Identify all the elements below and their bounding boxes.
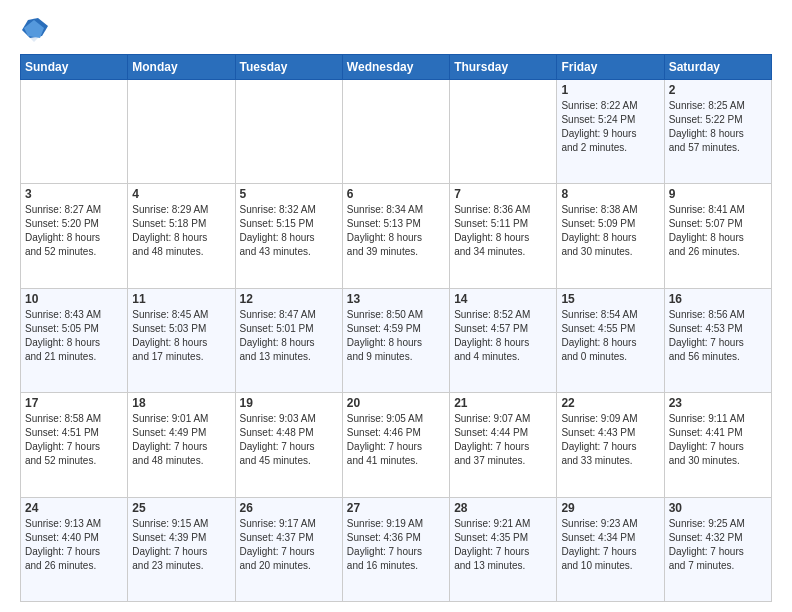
- day-info: Sunrise: 8:52 AMSunset: 4:57 PMDaylight:…: [454, 308, 552, 364]
- calendar-cell-3-1: 10Sunrise: 8:43 AMSunset: 5:05 PMDayligh…: [21, 288, 128, 392]
- day-info: Sunrise: 9:13 AMSunset: 4:40 PMDaylight:…: [25, 517, 123, 573]
- day-number: 30: [669, 501, 767, 515]
- day-number: 23: [669, 396, 767, 410]
- day-number: 13: [347, 292, 445, 306]
- calendar-cell-2-6: 8Sunrise: 8:38 AMSunset: 5:09 PMDaylight…: [557, 184, 664, 288]
- day-number: 8: [561, 187, 659, 201]
- calendar-cell-5-3: 26Sunrise: 9:17 AMSunset: 4:37 PMDayligh…: [235, 497, 342, 601]
- day-info: Sunrise: 9:15 AMSunset: 4:39 PMDaylight:…: [132, 517, 230, 573]
- weekday-monday: Monday: [128, 55, 235, 80]
- calendar-cell-4-6: 22Sunrise: 9:09 AMSunset: 4:43 PMDayligh…: [557, 393, 664, 497]
- day-info: Sunrise: 9:07 AMSunset: 4:44 PMDaylight:…: [454, 412, 552, 468]
- calendar-cell-4-4: 20Sunrise: 9:05 AMSunset: 4:46 PMDayligh…: [342, 393, 449, 497]
- calendar-cell-2-5: 7Sunrise: 8:36 AMSunset: 5:11 PMDaylight…: [450, 184, 557, 288]
- day-info: Sunrise: 9:03 AMSunset: 4:48 PMDaylight:…: [240, 412, 338, 468]
- calendar-cell-1-7: 2Sunrise: 8:25 AMSunset: 5:22 PMDaylight…: [664, 80, 771, 184]
- day-number: 5: [240, 187, 338, 201]
- day-info: Sunrise: 8:45 AMSunset: 5:03 PMDaylight:…: [132, 308, 230, 364]
- logo: [20, 16, 52, 44]
- day-info: Sunrise: 9:17 AMSunset: 4:37 PMDaylight:…: [240, 517, 338, 573]
- calendar-cell-5-5: 28Sunrise: 9:21 AMSunset: 4:35 PMDayligh…: [450, 497, 557, 601]
- day-info: Sunrise: 9:19 AMSunset: 4:36 PMDaylight:…: [347, 517, 445, 573]
- calendar-cell-1-1: [21, 80, 128, 184]
- calendar-cell-2-7: 9Sunrise: 8:41 AMSunset: 5:07 PMDaylight…: [664, 184, 771, 288]
- weekday-header-row: SundayMondayTuesdayWednesdayThursdayFrid…: [21, 55, 772, 80]
- calendar-cell-4-7: 23Sunrise: 9:11 AMSunset: 4:41 PMDayligh…: [664, 393, 771, 497]
- calendar-cell-1-5: [450, 80, 557, 184]
- calendar-cell-4-3: 19Sunrise: 9:03 AMSunset: 4:48 PMDayligh…: [235, 393, 342, 497]
- calendar-week-1: 1Sunrise: 8:22 AMSunset: 5:24 PMDaylight…: [21, 80, 772, 184]
- day-number: 25: [132, 501, 230, 515]
- calendar-table: SundayMondayTuesdayWednesdayThursdayFrid…: [20, 54, 772, 602]
- calendar-week-5: 24Sunrise: 9:13 AMSunset: 4:40 PMDayligh…: [21, 497, 772, 601]
- weekday-tuesday: Tuesday: [235, 55, 342, 80]
- calendar-cell-5-2: 25Sunrise: 9:15 AMSunset: 4:39 PMDayligh…: [128, 497, 235, 601]
- calendar-cell-2-2: 4Sunrise: 8:29 AMSunset: 5:18 PMDaylight…: [128, 184, 235, 288]
- calendar-cell-3-2: 11Sunrise: 8:45 AMSunset: 5:03 PMDayligh…: [128, 288, 235, 392]
- day-info: Sunrise: 9:23 AMSunset: 4:34 PMDaylight:…: [561, 517, 659, 573]
- day-number: 10: [25, 292, 123, 306]
- day-number: 1: [561, 83, 659, 97]
- weekday-saturday: Saturday: [664, 55, 771, 80]
- day-info: Sunrise: 8:41 AMSunset: 5:07 PMDaylight:…: [669, 203, 767, 259]
- day-info: Sunrise: 8:38 AMSunset: 5:09 PMDaylight:…: [561, 203, 659, 259]
- calendar-cell-4-5: 21Sunrise: 9:07 AMSunset: 4:44 PMDayligh…: [450, 393, 557, 497]
- day-number: 9: [669, 187, 767, 201]
- day-number: 21: [454, 396, 552, 410]
- day-info: Sunrise: 9:05 AMSunset: 4:46 PMDaylight:…: [347, 412, 445, 468]
- day-number: 6: [347, 187, 445, 201]
- day-info: Sunrise: 8:32 AMSunset: 5:15 PMDaylight:…: [240, 203, 338, 259]
- day-info: Sunrise: 8:54 AMSunset: 4:55 PMDaylight:…: [561, 308, 659, 364]
- day-number: 12: [240, 292, 338, 306]
- day-info: Sunrise: 8:47 AMSunset: 5:01 PMDaylight:…: [240, 308, 338, 364]
- day-number: 29: [561, 501, 659, 515]
- calendar-cell-3-3: 12Sunrise: 8:47 AMSunset: 5:01 PMDayligh…: [235, 288, 342, 392]
- day-info: Sunrise: 9:25 AMSunset: 4:32 PMDaylight:…: [669, 517, 767, 573]
- calendar-cell-3-5: 14Sunrise: 8:52 AMSunset: 4:57 PMDayligh…: [450, 288, 557, 392]
- day-number: 15: [561, 292, 659, 306]
- day-info: Sunrise: 9:01 AMSunset: 4:49 PMDaylight:…: [132, 412, 230, 468]
- day-info: Sunrise: 8:29 AMSunset: 5:18 PMDaylight:…: [132, 203, 230, 259]
- day-info: Sunrise: 8:43 AMSunset: 5:05 PMDaylight:…: [25, 308, 123, 364]
- header: [20, 16, 772, 44]
- logo-icon: [20, 16, 48, 44]
- calendar-cell-2-1: 3Sunrise: 8:27 AMSunset: 5:20 PMDaylight…: [21, 184, 128, 288]
- day-number: 3: [25, 187, 123, 201]
- weekday-wednesday: Wednesday: [342, 55, 449, 80]
- day-info: Sunrise: 8:50 AMSunset: 4:59 PMDaylight:…: [347, 308, 445, 364]
- day-number: 20: [347, 396, 445, 410]
- day-number: 19: [240, 396, 338, 410]
- calendar-cell-5-4: 27Sunrise: 9:19 AMSunset: 4:36 PMDayligh…: [342, 497, 449, 601]
- day-number: 7: [454, 187, 552, 201]
- day-number: 27: [347, 501, 445, 515]
- calendar-cell-3-7: 16Sunrise: 8:56 AMSunset: 4:53 PMDayligh…: [664, 288, 771, 392]
- calendar-week-3: 10Sunrise: 8:43 AMSunset: 5:05 PMDayligh…: [21, 288, 772, 392]
- weekday-sunday: Sunday: [21, 55, 128, 80]
- calendar-cell-4-2: 18Sunrise: 9:01 AMSunset: 4:49 PMDayligh…: [128, 393, 235, 497]
- calendar-week-2: 3Sunrise: 8:27 AMSunset: 5:20 PMDaylight…: [21, 184, 772, 288]
- calendar-cell-1-2: [128, 80, 235, 184]
- day-number: 26: [240, 501, 338, 515]
- day-info: Sunrise: 9:21 AMSunset: 4:35 PMDaylight:…: [454, 517, 552, 573]
- weekday-friday: Friday: [557, 55, 664, 80]
- day-number: 24: [25, 501, 123, 515]
- day-info: Sunrise: 8:22 AMSunset: 5:24 PMDaylight:…: [561, 99, 659, 155]
- day-info: Sunrise: 8:25 AMSunset: 5:22 PMDaylight:…: [669, 99, 767, 155]
- calendar-cell-5-7: 30Sunrise: 9:25 AMSunset: 4:32 PMDayligh…: [664, 497, 771, 601]
- day-number: 28: [454, 501, 552, 515]
- day-info: Sunrise: 8:36 AMSunset: 5:11 PMDaylight:…: [454, 203, 552, 259]
- day-number: 18: [132, 396, 230, 410]
- calendar-week-4: 17Sunrise: 8:58 AMSunset: 4:51 PMDayligh…: [21, 393, 772, 497]
- calendar-cell-1-6: 1Sunrise: 8:22 AMSunset: 5:24 PMDaylight…: [557, 80, 664, 184]
- day-info: Sunrise: 9:09 AMSunset: 4:43 PMDaylight:…: [561, 412, 659, 468]
- weekday-thursday: Thursday: [450, 55, 557, 80]
- day-number: 14: [454, 292, 552, 306]
- day-number: 2: [669, 83, 767, 97]
- day-number: 22: [561, 396, 659, 410]
- day-info: Sunrise: 8:58 AMSunset: 4:51 PMDaylight:…: [25, 412, 123, 468]
- page: SundayMondayTuesdayWednesdayThursdayFrid…: [0, 0, 792, 612]
- calendar-cell-1-3: [235, 80, 342, 184]
- day-info: Sunrise: 9:11 AMSunset: 4:41 PMDaylight:…: [669, 412, 767, 468]
- day-number: 16: [669, 292, 767, 306]
- calendar-cell-5-6: 29Sunrise: 9:23 AMSunset: 4:34 PMDayligh…: [557, 497, 664, 601]
